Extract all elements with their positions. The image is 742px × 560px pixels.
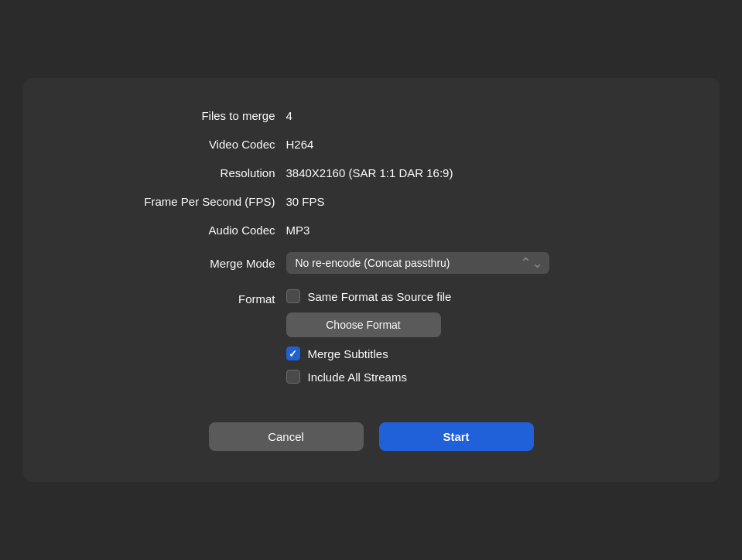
resolution-value: 3840X2160 (SAR 1:1 DAR 16:9)	[286, 166, 673, 179]
merge-mode-select[interactable]: No re-encode (Concat passthru) Re-encode…	[286, 252, 549, 274]
merge-subtitles-checkbox[interactable]	[286, 347, 300, 360]
info-grid: Files to merge 4 Video Codec H264 Resolu…	[70, 109, 673, 274]
audio-codec-value: MP3	[286, 224, 673, 237]
same-format-row: Same Format as Source file	[286, 289, 673, 303]
merge-mode-select-wrapper: No re-encode (Concat passthru) Re-encode…	[286, 252, 549, 274]
merge-dialog: Files to merge 4 Video Codec H264 Resolu…	[23, 78, 720, 482]
format-label: Format	[70, 289, 286, 306]
format-controls: Same Format as Source file Choose Format…	[286, 289, 673, 384]
include-all-streams-checkbox[interactable]	[286, 370, 300, 384]
fps-label: Frame Per Second (FPS)	[70, 195, 286, 208]
cancel-button[interactable]: Cancel	[209, 422, 364, 451]
choose-format-button[interactable]: Choose Format	[286, 312, 441, 337]
include-all-streams-label: Include All Streams	[308, 370, 407, 384]
same-format-checkbox[interactable]	[286, 289, 300, 303]
files-to-merge-value: 4	[286, 109, 673, 122]
same-format-label: Same Format as Source file	[308, 290, 452, 303]
merge-mode-label: Merge Mode	[70, 257, 286, 270]
start-button[interactable]: Start	[379, 422, 534, 451]
fps-value: 30 FPS	[286, 195, 673, 208]
video-codec-label: Video Codec	[70, 138, 286, 151]
format-section: Format Same Format as Source file Choose…	[70, 289, 673, 384]
merge-subtitles-label: Merge Subtitles	[308, 347, 388, 360]
audio-codec-label: Audio Codec	[70, 224, 286, 237]
resolution-label: Resolution	[70, 166, 286, 179]
include-all-streams-row: Include All Streams	[286, 370, 673, 384]
merge-subtitles-row: Merge Subtitles	[286, 347, 673, 360]
video-codec-value: H264	[286, 138, 673, 151]
dialog-footer: Cancel Start	[70, 422, 673, 451]
files-to-merge-label: Files to merge	[70, 109, 286, 122]
